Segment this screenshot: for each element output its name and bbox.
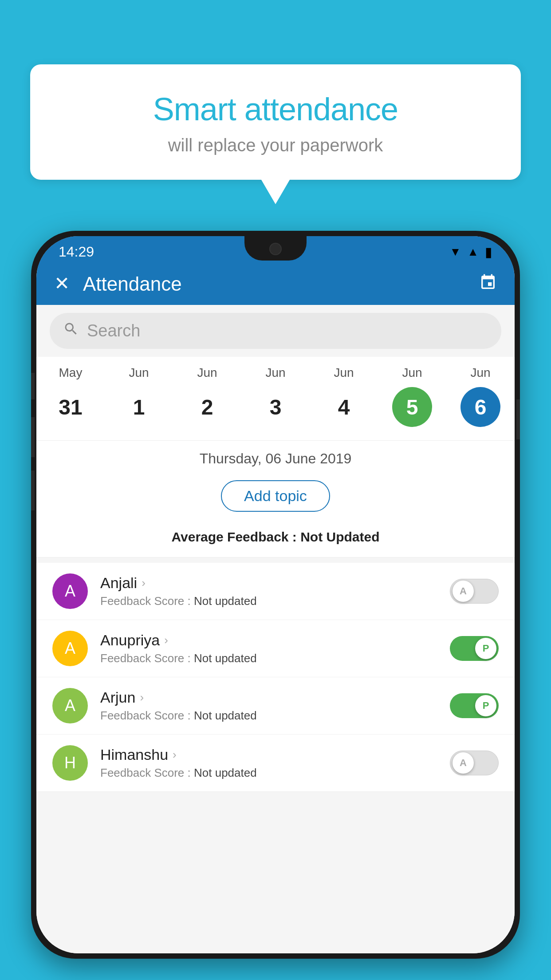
volume-down-button xyxy=(31,470,35,510)
signal-icon xyxy=(467,245,479,259)
wifi-icon xyxy=(450,245,461,259)
attendance-toggle[interactable]: A xyxy=(450,751,499,775)
app-bar-title: Attendance xyxy=(83,273,479,295)
calendar-day[interactable]: Jun5 xyxy=(392,366,432,427)
calendar-day[interactable]: Jun4 xyxy=(324,366,364,427)
student-feedback: Feedback Score : Not updated xyxy=(100,766,450,780)
chevron-right-icon: › xyxy=(164,633,168,647)
student-feedback: Feedback Score : Not updated xyxy=(100,594,450,608)
student-feedback: Feedback Score : Not updated xyxy=(100,709,450,723)
student-item[interactable]: AAnjali ›Feedback Score : Not updatedA xyxy=(36,563,515,620)
average-feedback: Average Feedback : Not Updated xyxy=(36,525,515,557)
bubble-title: Smart attendance xyxy=(52,91,499,127)
add-topic-button[interactable]: Add topic xyxy=(221,480,330,512)
calendar-day[interactable]: Jun1 xyxy=(119,366,159,427)
calendar-day[interactable]: Jun2 xyxy=(187,366,227,427)
calendar-icon[interactable] xyxy=(479,273,497,295)
calendar-day[interactable]: May31 xyxy=(51,366,91,427)
content-area: Search May31Jun1Jun2Jun3Jun4Jun5Jun6 Thu… xyxy=(36,305,515,953)
status-time: 14:29 xyxy=(59,244,94,260)
student-avatar: A xyxy=(52,573,88,609)
phone-frame: 14:29 ✕ Attendance xyxy=(31,231,520,959)
student-name: Arjun › xyxy=(100,689,450,706)
calendar-day[interactable]: Jun3 xyxy=(256,366,295,427)
selected-date-label: Thursday, 06 June 2019 xyxy=(36,440,515,474)
volume-up-button xyxy=(31,417,35,457)
student-avatar: A xyxy=(52,688,88,723)
status-icons xyxy=(450,244,492,260)
student-item[interactable]: HHimanshu ›Feedback Score : Not updatedA xyxy=(36,735,515,792)
student-info: Arjun ›Feedback Score : Not updated xyxy=(100,689,450,723)
student-item[interactable]: AAnupriya ›Feedback Score : Not updatedP xyxy=(36,620,515,677)
chevron-right-icon: › xyxy=(140,691,144,704)
student-avatar: A xyxy=(52,631,88,666)
calendar-strip: May31Jun1Jun2Jun3Jun4Jun5Jun6 xyxy=(36,357,515,440)
search-icon xyxy=(63,321,79,341)
calendar-day[interactable]: Jun6 xyxy=(460,366,500,427)
search-placeholder: Search xyxy=(87,321,140,340)
chevron-right-icon: › xyxy=(142,576,146,590)
student-name: Anjali › xyxy=(100,574,450,592)
avg-feedback-value: Not Updated xyxy=(300,530,379,544)
student-feedback: Feedback Score : Not updated xyxy=(100,652,450,665)
phone-container: 14:29 ✕ Attendance xyxy=(31,231,520,980)
close-button[interactable]: ✕ xyxy=(54,273,70,295)
attendance-toggle[interactable]: P xyxy=(450,693,499,718)
bubble-subtitle: will replace your paperwork xyxy=(52,135,499,155)
front-camera xyxy=(269,243,282,255)
attendance-toggle[interactable]: P xyxy=(450,636,499,661)
student-item[interactable]: AArjun ›Feedback Score : Not updatedP xyxy=(36,677,515,735)
student-info: Anjali ›Feedback Score : Not updated xyxy=(100,574,450,608)
student-name: Anupriya › xyxy=(100,632,450,649)
search-bar[interactable]: Search xyxy=(50,313,501,349)
phone-screen: 14:29 ✕ Attendance xyxy=(36,236,515,953)
speech-bubble-container: Smart attendance will replace your paper… xyxy=(30,64,521,180)
student-name: Himanshu › xyxy=(100,746,450,763)
chevron-right-icon: › xyxy=(173,748,177,762)
avg-feedback-label: Average Feedback : xyxy=(171,530,300,544)
attendance-toggle[interactable]: A xyxy=(450,579,499,604)
student-info: Himanshu ›Feedback Score : Not updated xyxy=(100,746,450,780)
student-info: Anupriya ›Feedback Score : Not updated xyxy=(100,632,450,665)
notch xyxy=(244,236,307,261)
silent-button xyxy=(31,373,35,399)
power-button xyxy=(516,399,520,439)
battery-icon xyxy=(485,244,492,260)
speech-bubble: Smart attendance will replace your paper… xyxy=(30,64,521,180)
student-list: AAnjali ›Feedback Score : Not updatedAAA… xyxy=(36,563,515,792)
add-topic-container: Add topic xyxy=(36,474,515,525)
student-avatar: H xyxy=(52,745,88,781)
